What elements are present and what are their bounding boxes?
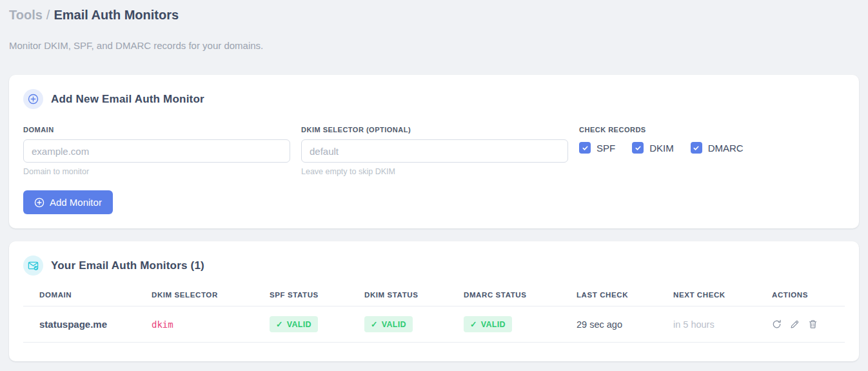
breadcrumb: Tools/Email Auth Monitors (9, 6, 859, 23)
add-monitor-form: DOMAIN Domain to monitor DKIM SELECTOR (… (23, 126, 845, 176)
breadcrumb-parent-link[interactable]: Tools (9, 8, 43, 22)
circle-plus-icon (34, 197, 44, 208)
monitors-card-header: Your Email Auth Monitors (1) (23, 256, 845, 276)
checkbox-dkim-label: DKIM (649, 143, 674, 154)
spf-status-label: VALID (287, 320, 311, 329)
add-monitor-button-label: Add Monitor (50, 197, 102, 208)
circle-plus-icon (23, 89, 43, 109)
check-records-group: CHECK RECORDS SPF DKIM (579, 126, 845, 176)
column-header-spf-status: SPF STATUS (253, 291, 348, 306)
table-row: statuspage.me dkim ✓VALID ✓VALID ✓VALID … (23, 306, 845, 343)
dmarc-status-label: VALID (481, 320, 506, 329)
page-title: Email Auth Monitors (54, 8, 179, 22)
add-monitor-card: Add New Email Auth Monitor DOMAIN Domain… (9, 75, 859, 228)
checkbox-checked-icon (691, 142, 702, 154)
dkim-selector-hint: Leave empty to skip DKIM (301, 167, 568, 176)
checkbox-dmarc-label: DMARC (708, 143, 744, 154)
monitors-table: DOMAIN DKIM SELECTOR SPF STATUS DKIM STA… (23, 291, 845, 343)
add-card-header: Add New Email Auth Monitor (23, 89, 845, 109)
monitor-domain: statuspage.me (23, 306, 135, 343)
dkim-status-badge: ✓VALID (364, 316, 413, 332)
check-icon: ✓ (470, 319, 477, 329)
monitor-last-check: 29 sec ago (577, 319, 622, 330)
add-card-title: Add New Email Auth Monitor (51, 93, 204, 106)
checkbox-spf-label: SPF (597, 143, 615, 154)
monitor-next-check: in 5 hours (673, 319, 715, 330)
domain-label: DOMAIN (23, 126, 290, 134)
column-header-domain: DOMAIN (23, 291, 135, 306)
check-records-options: SPF DKIM DMARC (579, 142, 845, 154)
page-subtitle: Monitor DKIM, SPF, and DMARC records for… (9, 40, 859, 51)
monitor-dkim-selector: dkim (152, 319, 173, 330)
monitors-card-title: Your Email Auth Monitors (1) (51, 259, 204, 272)
breadcrumb-separator: / (46, 8, 50, 22)
dkim-status-label: VALID (382, 320, 406, 329)
column-header-next-check: NEXT CHECK (657, 291, 756, 306)
checkbox-checked-icon (579, 142, 591, 154)
dkim-selector-field-group: DKIM SELECTOR (OPTIONAL) Leave empty to … (301, 126, 568, 176)
domain-field-group: DOMAIN Domain to monitor (23, 126, 290, 176)
checkbox-dmarc[interactable]: DMARC (691, 142, 744, 154)
envelope-check-icon (23, 256, 43, 276)
dmarc-status-badge: ✓VALID (464, 316, 512, 332)
domain-input[interactable] (23, 139, 290, 163)
edit-icon[interactable] (790, 319, 800, 329)
check-icon: ✓ (371, 319, 378, 329)
dkim-selector-input[interactable] (301, 139, 568, 163)
spf-status-badge: ✓VALID (270, 316, 318, 332)
row-actions (772, 319, 840, 329)
dkim-selector-label: DKIM SELECTOR (OPTIONAL) (301, 126, 568, 134)
add-monitor-button[interactable]: Add Monitor (23, 190, 113, 214)
column-header-dmarc-status: DMARC STATUS (448, 291, 560, 306)
column-header-actions: ACTIONS (756, 291, 845, 306)
refresh-icon[interactable] (772, 319, 782, 329)
column-header-dkim-selector: DKIM SELECTOR (135, 291, 253, 306)
checkbox-checked-icon (632, 142, 644, 154)
page: Tools/Email Auth Monitors Monitor DKIM, … (0, 0, 868, 361)
column-header-last-check: LAST CHECK (560, 291, 657, 306)
monitors-card: Your Email Auth Monitors (1) DOMAIN DKIM… (9, 241, 859, 361)
check-records-label: CHECK RECORDS (579, 126, 845, 134)
check-icon: ✓ (276, 319, 283, 329)
checkbox-spf[interactable]: SPF (579, 142, 615, 154)
checkbox-dkim[interactable]: DKIM (632, 142, 674, 154)
column-header-dkim-status: DKIM STATUS (348, 291, 448, 306)
domain-hint: Domain to monitor (23, 167, 290, 176)
delete-icon[interactable] (808, 319, 818, 329)
table-header-row: DOMAIN DKIM SELECTOR SPF STATUS DKIM STA… (23, 291, 845, 306)
